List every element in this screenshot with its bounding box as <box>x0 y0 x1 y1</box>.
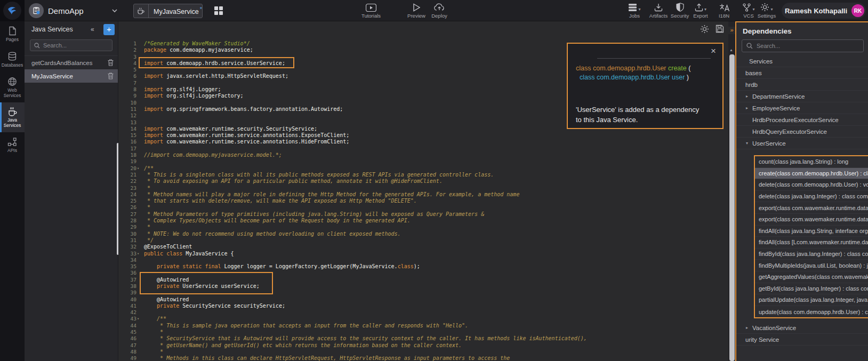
code-line[interactable]: 15import com.wavemaker.runtime.service.a… <box>118 132 728 139</box>
tree-expanded-icon[interactable]: ▾ <box>746 141 752 146</box>
code-line[interactable]: 33▾public class MyJavaService { <box>118 251 728 257</box>
dependency-tree-item[interactable]: bases <box>736 67 868 79</box>
tab-myjavaservice[interactable]: MyJavaService* <box>133 4 203 18</box>
code-line[interactable]: 21 * This is a singleton class with all … <box>118 172 728 178</box>
method-item[interactable]: findByMultipleIds(java.util.List, boolea… <box>755 260 868 271</box>
code-line[interactable]: 28 * Complex Types/Objects will become p… <box>118 218 728 224</box>
editor-scrollbar-thumb[interactable] <box>729 54 735 361</box>
method-item[interactable]: export(class com.wavemaker.runtime.data <box>755 202 868 214</box>
fold-marker-icon[interactable]: ▾ <box>136 251 142 257</box>
code-line[interactable]: 27 * Method Parameters of type primitive… <box>118 211 728 218</box>
trash-icon[interactable] <box>108 73 114 79</box>
code-line[interactable]: 35 private static final Logger logger = … <box>118 263 728 270</box>
rail-item-web-services[interactable]: Web Services <box>0 72 25 102</box>
code-line[interactable]: 46 * SecurityService that is Autowired w… <box>118 335 728 342</box>
method-item[interactable]: delete(class com.demoapp.hrdb.User) : vo… <box>755 179 868 191</box>
code-line[interactable]: 23 * <box>118 185 728 191</box>
dependency-label: urity Service <box>745 336 779 343</box>
fold-marker-icon <box>136 329 142 335</box>
line-number: 2 <box>118 47 136 53</box>
popup-close-icon[interactable]: × <box>711 46 716 57</box>
code-line[interactable]: 45 * <box>118 329 728 335</box>
code-line[interactable]: 44 * This is sample java operation that … <box>118 323 728 329</box>
dependency-tree-item[interactable]: ▸EmployeeService <box>736 102 868 114</box>
code-line[interactable]: 49 * Methods in this class can declare H… <box>118 355 728 361</box>
rail-item-pages[interactable]: Pages <box>0 21 25 47</box>
rail-item-databases[interactable]: Databases <box>0 47 25 73</box>
dependency-tree-item[interactable]: urity Service <box>736 334 868 346</box>
fold-marker-icon <box>136 218 142 224</box>
code-line[interactable]: 22 * To avoid exposing an API for a part… <box>118 178 728 184</box>
code-line[interactable]: 29 * <box>118 224 728 230</box>
code-line[interactable]: 41 private SecurityService securityServi… <box>118 303 728 309</box>
method-item[interactable]: update(class com.demoapp.hrdb.User) : cl <box>755 306 868 318</box>
project-chevron-down-icon[interactable] <box>111 7 118 14</box>
project-selector[interactable]: DemoApp <box>29 0 84 21</box>
rail-item-java-services[interactable]: Java Services <box>0 102 25 132</box>
code-line[interactable]: 48 * <box>118 349 728 355</box>
method-item[interactable]: count(class java.lang.String) : long <box>755 156 868 168</box>
code-line[interactable]: 39 <box>118 290 728 296</box>
code-line[interactable]: 16import com.wavemaker.runtime.service.a… <box>118 139 728 145</box>
method-item[interactable]: getAggregatedValues(class com.wavemak <box>755 271 868 283</box>
code-line[interactable]: 47 * getUserName() and getUserId() etc w… <box>118 342 728 349</box>
tree-collapsed-icon[interactable]: ▸ <box>746 325 752 330</box>
fold-marker-icon <box>136 93 142 99</box>
rail-item-label: APIs <box>7 148 17 154</box>
code-line[interactable]: 38 private UserService userService; <box>118 283 728 290</box>
code-line[interactable]: 19 <box>118 158 728 165</box>
dependency-tree-item[interactable]: HrdbProcedureExecutorService <box>736 114 868 126</box>
code-line[interactable]: 43▾ /** <box>118 316 728 322</box>
code-line[interactable]: 37 @Autowired <box>118 277 728 283</box>
method-item[interactable]: findAll(class java.lang.String, interfac… <box>755 226 868 237</box>
method-item[interactable]: partialUpdate(class java.lang.Integer, j… <box>755 294 868 306</box>
method-item[interactable]: findAll(class [Lcom.wavemaker.runtime.da <box>755 237 868 248</box>
code-line[interactable]: 32@ExposeToClient <box>118 244 728 250</box>
code-line[interactable]: 42 <box>118 309 728 316</box>
method-item[interactable]: getById(class java.lang.Integer) : class… <box>755 283 868 295</box>
wavemaker-logo-icon[interactable] <box>3 2 21 20</box>
code-line[interactable]: 40 @Autowired <box>118 296 728 303</box>
method-item[interactable]: create(class com.demoapp.hrdb.User) : cl… <box>755 168 868 180</box>
editor-settings-gear-icon[interactable] <box>700 25 709 34</box>
service-list-item[interactable]: getCardsAndBalances <box>25 56 118 69</box>
save-icon[interactable] <box>716 25 724 34</box>
expand-right-panel-button[interactable]: » <box>728 27 735 34</box>
dependencies-search-input[interactable] <box>757 43 859 49</box>
add-service-button[interactable]: + <box>103 24 115 35</box>
dependency-tree-item[interactable]: ▸VacationService <box>736 322 868 334</box>
method-item[interactable]: delete(class java.lang.Integer) : class … <box>755 191 868 203</box>
trash-icon[interactable] <box>108 59 114 66</box>
dependency-tree-item[interactable]: ▸DepartmentService <box>736 91 868 102</box>
dependency-tree-item[interactable]: hrdb <box>736 79 868 91</box>
dependency-tree-item[interactable]: ▾UserService <box>736 138 868 149</box>
dependency-tree-item[interactable]: Services <box>736 55 868 67</box>
code-line[interactable]: 30 * NOTE: We do not recommend using met… <box>118 231 728 237</box>
service-list-item[interactable]: MyJavaService <box>25 69 118 83</box>
code-line[interactable]: 18//import com.demoapp.myjavaservice.mod… <box>118 152 728 158</box>
code-line[interactable]: 25 * that starts with delete/remove, wil… <box>118 198 728 204</box>
rail-item-apis[interactable]: APIs <box>0 132 25 158</box>
collapse-panel-button[interactable]: « <box>91 26 94 33</box>
dependency-tree-item[interactable]: HrdbQueryExecutorService <box>736 126 868 138</box>
grid-icon[interactable] <box>214 6 223 15</box>
method-item[interactable]: findById(class java.lang.Integer) : clas… <box>755 248 868 260</box>
deploy-button[interactable]: Deploy <box>424 2 454 19</box>
method-item[interactable]: export(class com.wavemaker.runtime.data <box>755 214 868 226</box>
code-line[interactable]: 24 * Method names will play a major role… <box>118 191 728 198</box>
fold-marker-icon[interactable]: ▾ <box>136 316 142 322</box>
tutorials-button[interactable]: Tutorials <box>356 2 386 19</box>
code-line[interactable]: 26 * <box>118 204 728 211</box>
settings-button[interactable]: ▾ Settings <box>752 2 782 19</box>
scroll-up-icon[interactable]: ▲ <box>729 48 733 52</box>
tree-collapsed-icon[interactable]: ▸ <box>746 94 752 99</box>
code-line[interactable]: 31 */ <box>118 237 728 244</box>
user-menu[interactable]: Ramesh Kothapalli RK <box>782 3 866 19</box>
service-search-input[interactable] <box>43 42 108 49</box>
tree-collapsed-icon[interactable]: ▸ <box>746 106 752 110</box>
code-line[interactable]: 34 <box>118 257 728 263</box>
code-line[interactable]: 20▾/** <box>118 165 728 172</box>
code-line[interactable]: 36 <box>118 270 728 276</box>
code-line[interactable]: 17 <box>118 146 728 152</box>
fold-marker-icon[interactable]: ▾ <box>136 165 142 172</box>
